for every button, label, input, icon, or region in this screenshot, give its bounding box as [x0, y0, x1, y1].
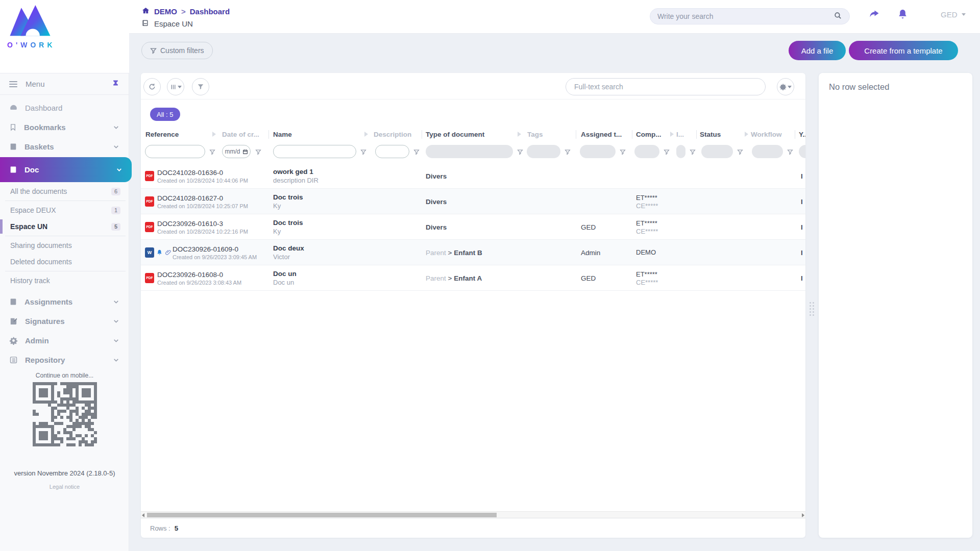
column-header-type[interactable]: Type of document: [426, 131, 484, 138]
panel-resize-handle[interactable]: [810, 302, 814, 316]
tags-filter-select[interactable]: [527, 145, 560, 158]
scroll-right-arrow-icon[interactable]: [802, 513, 804, 517]
table-row[interactable]: PDF DOC241028-01627-0Created on 10/28/20…: [141, 189, 805, 214]
column-header-workflow[interactable]: Workflow: [751, 131, 782, 138]
filter-pill-all[interactable]: All : 5: [150, 108, 180, 121]
sidebar-item-doc-active[interactable]: Doc: [0, 157, 132, 182]
filter-button[interactable]: [192, 78, 209, 95]
sidebar-subitem-history-track[interactable]: History track: [0, 272, 129, 289]
sidebar-subitem-deleted-documents[interactable]: Deleted documents: [0, 254, 129, 270]
sidebar-subitem-all-documents[interactable]: All the documents 6: [0, 183, 129, 199]
date-filter-input[interactable]: mm/d: [222, 145, 251, 158]
table-row[interactable]: PDF DOC230926-01610-3Created on 10/28/20…: [141, 214, 805, 240]
count-badge: 1: [111, 207, 120, 214]
search-icon[interactable]: [834, 11, 842, 22]
share-icon[interactable]: [868, 8, 881, 21]
funnel-icon[interactable]: [565, 148, 571, 157]
funnel-icon: [150, 47, 157, 54]
doc-truncated-cell: I: [801, 172, 804, 180]
sidebar-subitem-espace-deux[interactable]: Espace DEUX 1: [0, 202, 129, 218]
table-row[interactable]: PDF DOC241028-01636-0Created on 10/28/20…: [141, 163, 805, 189]
column-header-description[interactable]: Description: [374, 131, 411, 138]
funnel-icon[interactable]: [787, 148, 793, 157]
funnel-icon[interactable]: [664, 148, 670, 157]
sidebar-item-signatures[interactable]: Signatures: [0, 311, 129, 331]
y-filter-select[interactable]: [799, 145, 805, 158]
doc-assigned: Admin: [581, 248, 600, 256]
legal-notice-link[interactable]: Legal notice: [0, 484, 129, 490]
sort-arrow-icon[interactable]: [518, 132, 521, 137]
column-header-status[interactable]: Status: [700, 131, 721, 138]
bookmark-icon: [9, 123, 17, 132]
columns-button[interactable]: [167, 78, 184, 95]
column-header-company[interactable]: Comp...: [636, 131, 662, 138]
create-from-template-button[interactable]: Create from a template: [849, 41, 958, 60]
custom-filters-label: Custom filters: [160, 46, 204, 55]
scrollbar-thumb[interactable]: [147, 513, 497, 517]
column-header-assigned[interactable]: Assigned t...: [581, 131, 622, 138]
sidebar-item-repository[interactable]: Repository: [0, 350, 129, 369]
qr-code: [33, 382, 97, 446]
workflow-filter-select[interactable]: [752, 145, 783, 158]
app-logo[interactable]: O'WORK: [7, 4, 53, 49]
global-search-input[interactable]: [657, 12, 834, 20]
description-filter-input[interactable]: [375, 145, 409, 158]
fulltext-search-input[interactable]: [566, 78, 766, 95]
funnel-icon[interactable]: [413, 148, 420, 157]
breadcrumb-current[interactable]: Dashboard: [190, 7, 230, 16]
refresh-button[interactable]: [143, 78, 161, 95]
table-settings-button[interactable]: [777, 78, 794, 95]
reference-filter-input[interactable]: [145, 145, 205, 158]
sidebar-item-assignments[interactable]: Assignments: [0, 292, 129, 311]
column-header-date[interactable]: Date of cr...: [222, 131, 259, 138]
column-divider[interactable]: [795, 130, 795, 139]
table-row[interactable]: W DOC230926-01609-0Created on 9/26/2023 …: [141, 240, 805, 265]
scroll-left-arrow-icon[interactable]: [142, 513, 144, 517]
funnel-icon[interactable]: [517, 148, 523, 157]
sidebar-subitem-espace-un[interactable]: Espace UN 5: [0, 218, 129, 235]
add-file-button[interactable]: Add a file: [789, 41, 846, 60]
table-row[interactable]: PDF DOC230926-01608-0Created on 9/26/202…: [141, 265, 805, 291]
sidebar-item-admin[interactable]: Admin: [0, 331, 129, 350]
funnel-icon[interactable]: [690, 148, 696, 157]
column-divider[interactable]: [632, 130, 632, 139]
column-divider[interactable]: [696, 130, 697, 139]
column-header-reference[interactable]: Reference: [145, 131, 179, 138]
home-icon[interactable]: [141, 7, 150, 16]
sort-arrow-icon[interactable]: [670, 132, 674, 137]
column-header-tags[interactable]: Tags: [527, 131, 543, 138]
company-filter-select[interactable]: [634, 145, 659, 158]
funnel-icon[interactable]: [209, 148, 215, 157]
sidebar-item-dashboard[interactable]: Dashboard: [0, 98, 129, 117]
custom-filters-button[interactable]: Custom filters: [141, 42, 213, 59]
sort-arrow-icon[interactable]: [364, 132, 368, 137]
funnel-icon[interactable]: [255, 148, 261, 157]
hamburger-menu-icon[interactable]: [9, 81, 17, 87]
breadcrumb-root[interactable]: DEMO: [154, 7, 177, 16]
funnel-icon[interactable]: [620, 148, 626, 157]
doc-type: Divers: [426, 197, 447, 205]
user-menu[interactable]: GED: [941, 10, 966, 19]
assigned-filter-select[interactable]: [580, 145, 616, 158]
type-filter-select[interactable]: [426, 145, 513, 158]
column-header-y[interactable]: Y...: [799, 131, 805, 138]
notifications-bell-icon[interactable]: [897, 8, 910, 21]
column-divider[interactable]: [576, 130, 576, 139]
column-header-name[interactable]: Name: [273, 131, 292, 138]
sidebar-subitem-sharing-documents[interactable]: Sharing documents: [0, 237, 129, 254]
table-filter-row: mm/d: [141, 144, 805, 161]
status-filter-select[interactable]: [701, 145, 733, 158]
column-divider[interactable]: [422, 130, 422, 139]
sidebar-item-bookmarks[interactable]: Bookmarks: [0, 117, 129, 137]
i-filter-select[interactable]: [676, 145, 685, 158]
sort-arrow-icon[interactable]: [212, 132, 216, 137]
sort-arrow-icon[interactable]: [745, 132, 748, 137]
pin-sidebar-icon[interactable]: [112, 79, 119, 89]
horizontal-scrollbar[interactable]: [141, 511, 805, 518]
column-divider[interactable]: [268, 130, 269, 139]
sidebar-item-baskets[interactable]: Baskets: [0, 137, 129, 156]
name-filter-input[interactable]: [273, 145, 356, 158]
funnel-icon[interactable]: [737, 148, 743, 157]
funnel-icon[interactable]: [360, 148, 366, 157]
column-header-i[interactable]: I...: [676, 131, 684, 138]
